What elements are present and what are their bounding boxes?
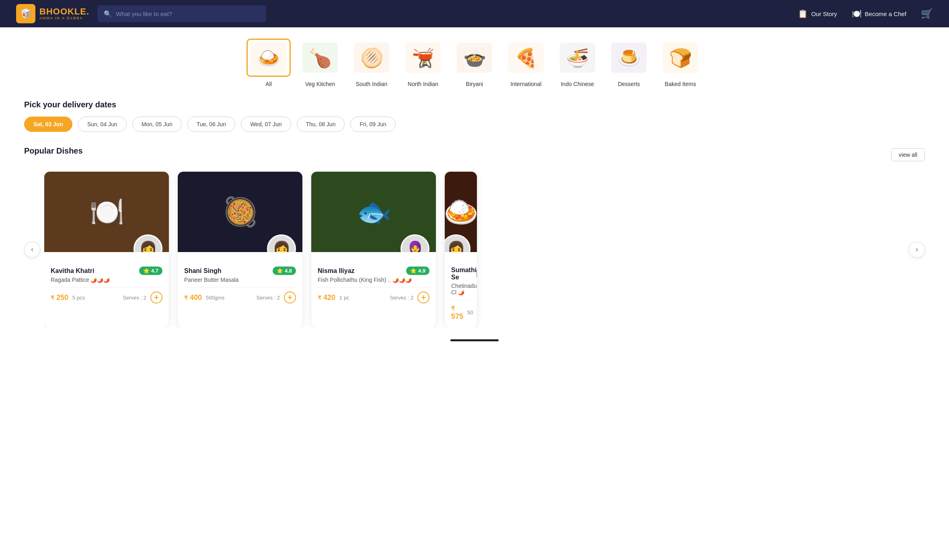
date-button[interactable]: Wed, 07 Jun [241,117,291,132]
rating-badge: ⭐ 4.8 [273,267,296,275]
category-img-wrap: 🍲 [452,39,497,77]
category-img-wrap: 🍜 [555,39,600,77]
search-input[interactable] [116,10,260,17]
date-button[interactable]: Fri, 09 Jun [350,117,395,132]
chef-avatar: 👩 [267,234,296,252]
category-food-icon: 🍜 [560,43,595,73]
card-bottom-row: ₹ 57550+ [451,304,470,321]
category-food-icon: 🍕 [508,43,544,73]
category-img-wrap: 🍮 [607,39,651,77]
date-button[interactable]: Sat, 03 Jun [24,117,72,132]
category-label: International [510,81,541,87]
popular-section-title: Popular Dishes [24,146,83,156]
search-icon: 🔍 [104,10,112,18]
spice-icons: 🌶️🌶️🌶️ [89,277,110,283]
rating-badge: ⭐ 4.9 [406,267,429,275]
category-item-south-indian[interactable]: 🫓South Indian [349,39,394,87]
card-body: Shani Singh⭐ 4.8Paneer Butter Masala₹ 40… [178,252,302,310]
rating-badge: ⭐ 4.7 [139,267,162,275]
category-img-wrap: 🍗 [298,39,342,77]
serves-info: Serves : 2 [256,295,280,301]
dish-card: 🍛👩Sumathi Se⭐ 4.8Chetinadu Cl 🌶️₹ 57550+ [445,172,477,327]
category-food-icon: 🍮 [611,43,647,73]
dish-card: 🍽️👩Kavitha Khatri⭐ 4.7Ragada Pattice 🌶️🌶… [44,172,169,327]
dish-price: ₹ 400 [184,293,202,302]
category-item-indo-chinese[interactable]: 🍜Indo Chinese [555,39,600,87]
nav-our-story-label: Our Story [811,10,837,17]
card-image: 🥘👩 [178,172,302,252]
category-food-icon: 🍛 [251,43,286,73]
next-arrow[interactable]: › [909,242,925,258]
logo-area: 🥡 BHOOKLE. AMMA IN A DABBA [16,4,89,23]
chef-name-area: Nisma Iliyaz [318,267,355,275]
category-item-veg-kitchen[interactable]: 🍗Veg Kitchen [298,39,342,87]
category-label: North Indian [408,81,438,87]
card-body: Nisma Iliyaz⭐ 4.9Fish Pollichathu (King … [311,252,436,310]
date-button[interactable]: Thu, 08 Jun [297,117,345,132]
prev-arrow[interactable]: ‹ [24,242,40,258]
dish-price: ₹ 420 [318,293,335,302]
card-divider [451,299,470,300]
dish-card: 🥘👩Shani Singh⭐ 4.8Paneer Butter Masala₹ … [178,172,302,327]
view-all-button[interactable]: view all [891,148,925,161]
nav-our-story[interactable]: 📋 Our Story [798,9,837,18]
delivery-section: Pick your delivery dates Sat, 03 JunSun,… [24,100,925,132]
card-image: 🐟🧕 [311,172,436,252]
category-item-international[interactable]: 🍕International [504,39,548,87]
scroll-indicator [24,339,925,341]
dish-name: Chetinadu Cl 🌶️ [451,283,470,295]
delivery-section-title: Pick your delivery dates [24,100,925,109]
chef-name: Shani Singh [184,267,221,275]
date-button[interactable]: Mon, 05 Jun [132,117,182,132]
cards-container: ‹ 🍽️👩Kavitha Khatri⭐ 4.7Ragada Pattice 🌶… [24,172,925,327]
logo-text: BHOOKLE. AMMA IN A DABBA [39,7,89,20]
header: 🥡 BHOOKLE. AMMA IN A DABBA 🔍 📋 Our Story… [0,0,949,27]
category-label: Desserts [618,81,640,87]
date-picker: Sat, 03 JunSun, 04 JunMon, 05 JunTue, 06… [24,117,925,132]
dish-price: ₹ 575 [451,304,463,321]
search-bar[interactable]: 🔍 [97,5,266,22]
spice-icons: 🌶️🌶️🌶️ [391,277,412,283]
card-top-row: Shani Singh⭐ 4.8 [184,267,296,275]
category-img-wrap: 🫕 [401,39,445,77]
add-to-cart-button[interactable]: + [284,291,296,304]
category-label: Baked Items [665,81,696,87]
cart-button[interactable]: 🛒 [921,8,933,19]
chef-name: Nisma Iliyaz [318,267,355,275]
card-bottom-row: ₹ 400500gmsServes : 2+ [184,291,296,304]
dish-card: 🐟🧕Nisma Iliyaz⭐ 4.9Fish Pollichathu (Kin… [311,172,436,327]
card-image: 🍽️👩 [44,172,169,252]
dish-quantity: 50 [467,310,473,316]
date-button[interactable]: Sun, 04 Jun [78,117,127,132]
categories-row: 🍛All🍗Veg Kitchen🫓South Indian🫕North Indi… [24,39,925,87]
date-button[interactable]: Tue, 06 Jun [187,117,235,132]
category-item-baked-items[interactable]: 🍞Baked Items [658,39,703,87]
category-img-wrap: 🍕 [504,39,548,77]
card-top-row: Sumathi Se⭐ 4.8 [451,267,470,281]
chef-avatar: 👩 [134,234,162,252]
chef-name-area: Sumathi Se [451,267,477,281]
category-food-icon: 🍞 [663,43,698,73]
card-body: Kavitha Khatri⭐ 4.7Ragada Pattice 🌶️🌶️🌶️… [44,252,169,310]
category-item-biryani[interactable]: 🍲Biryani [452,39,497,87]
category-img-wrap: 🍞 [658,39,703,77]
chef-name: Sumathi Se [451,267,477,281]
card-body: Sumathi Se⭐ 4.8Chetinadu Cl 🌶️₹ 57550+ [445,252,477,327]
chef-name-area: Shani Singh [184,267,221,275]
scroll-bar [450,339,499,341]
nav-become-chef[interactable]: 🍽️ Become a Chef [852,9,906,18]
category-item-desserts[interactable]: 🍮Desserts [607,39,651,87]
category-img-wrap: 🍛 [246,39,291,77]
nav-become-chef-label: Become a Chef [865,10,906,17]
chef-avatar: 👩 [445,234,470,252]
spice-icons: 🌶️ [456,289,464,295]
add-to-cart-button[interactable]: + [150,291,162,304]
category-item-all[interactable]: 🍛All [246,39,291,87]
serves-info: Serves : 2 [123,295,146,301]
chef-name-area: Kavitha Khatri [51,267,94,275]
category-item-north-indian[interactable]: 🫕North Indian [401,39,445,87]
dish-quantity: 500gms [206,295,224,301]
category-label: Indo Chinese [561,81,594,87]
add-to-cart-button[interactable]: + [417,291,429,304]
card-bottom-row: ₹ 4201 pcServes : 2+ [318,291,429,304]
